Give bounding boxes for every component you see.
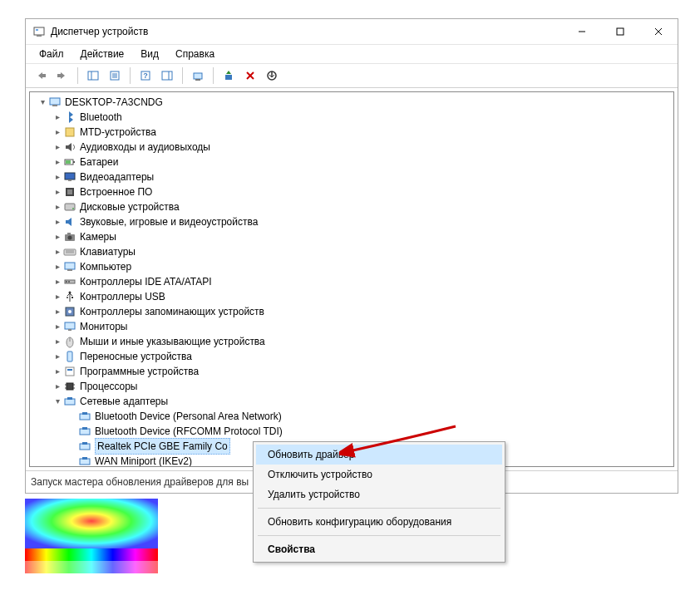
svg-rect-68 (82, 427, 87, 430)
show-hide-tree-button[interactable] (83, 66, 103, 86)
scan-hardware-button[interactable] (188, 66, 208, 86)
svg-rect-24 (52, 105, 57, 106)
status-text: Запуск мастера обновления драйверов для … (31, 476, 249, 488)
network-adapter-icon (78, 425, 91, 438)
action-pane-button[interactable] (157, 66, 177, 86)
svg-text:?: ? (143, 71, 148, 80)
svg-rect-7 (88, 71, 98, 80)
tree-view[interactable]: ▾DESKTOP-7A3CNDG▸Bluetooth▸MTD-устройств… (29, 91, 674, 467)
tree-category[interactable]: ▸Мониторы (37, 319, 673, 334)
tree-category[interactable]: ▸Компьютер (37, 259, 673, 274)
tree-device[interactable]: ▸Bluetooth Device (RFCOMM Protocol TDI) (37, 424, 673, 439)
tree-category-label: Компьютер (80, 259, 131, 274)
svg-rect-70 (82, 442, 87, 445)
toolbar-separator (213, 67, 214, 84)
tree-category[interactable]: ▸Клавиатуры (37, 244, 673, 259)
svg-rect-17 (194, 73, 202, 79)
color-palette-icon (25, 499, 158, 573)
menu-view[interactable]: Вид (134, 47, 165, 61)
device-manager-window: Диспетчер устройств Файл Действие Вид Сп… (25, 18, 678, 494)
uninstall-device-button[interactable] (240, 66, 260, 86)
context-menu-item[interactable]: Удалить устройство (256, 484, 502, 504)
svg-rect-44 (66, 281, 67, 283)
tree-category[interactable]: ▸Контроллеры IDE ATA/ATAPI (37, 274, 673, 289)
disable-device-button[interactable] (262, 66, 282, 86)
tree-category[interactable]: ▾Сетевые адаптеры (37, 394, 673, 409)
computer-icon (48, 96, 62, 109)
cpu-icon (63, 380, 76, 393)
svg-rect-32 (67, 189, 72, 194)
menu-help[interactable]: Справка (169, 47, 221, 61)
nav-forward-button[interactable] (52, 66, 72, 86)
monitor-icon (63, 320, 76, 333)
update-driver-button[interactable] (219, 66, 239, 86)
properties-button[interactable] (105, 66, 125, 86)
svg-rect-55 (67, 352, 72, 361)
bt-icon (63, 111, 76, 124)
tree-category-label: Дисковые устройства (80, 199, 180, 214)
tree-category[interactable]: ▸Процессоры (37, 379, 673, 394)
toolbar: ? (26, 64, 678, 88)
svg-rect-37 (67, 233, 71, 235)
tree-category-label: Программные устройства (80, 364, 199, 379)
svg-rect-4 (617, 28, 624, 35)
context-menu-item[interactable]: Отключить устройство (256, 465, 502, 484)
toolbar-separator (77, 67, 78, 84)
menu-action[interactable]: Действие (74, 47, 131, 61)
svg-rect-66 (82, 412, 87, 415)
tree-category[interactable]: ▸Мыши и иные указывающие устройства (37, 334, 673, 349)
tree-device-label: WAN Miniport (IKEv2) (95, 454, 192, 467)
tree-category-label: Bluetooth (80, 110, 122, 125)
svg-rect-64 (67, 397, 72, 400)
tree-category[interactable]: ▸Камеры (37, 229, 673, 244)
tree-category[interactable]: ▸Видеоадаптеры (37, 170, 673, 184)
tree-root[interactable]: ▾DESKTOP-7A3CNDG (37, 95, 673, 110)
app-icon (32, 25, 46, 38)
tree-category[interactable]: ▸Аудиовходы и аудиовыходы (37, 140, 673, 155)
tree-category-label: Мониторы (80, 319, 127, 334)
tree-category[interactable]: ▸Программные устройства (37, 364, 673, 379)
tree-category-label: Клавиатуры (80, 244, 136, 259)
svg-rect-67 (80, 429, 90, 435)
window-title: Диспетчер устройств (51, 26, 563, 37)
portable-icon (63, 350, 76, 363)
context-menu-item[interactable]: Свойства (256, 539, 502, 559)
canvas: Диспетчер устройств Файл Действие Вид Сп… (0, 0, 700, 595)
minimize-button[interactable] (563, 19, 601, 44)
nav-back-button[interactable] (31, 66, 51, 86)
help-button[interactable]: ? (136, 66, 155, 86)
tree-category[interactable]: ▸Батареи (37, 155, 673, 170)
svg-point-46 (69, 292, 71, 294)
context-menu-item[interactable]: Обновить драйвер (256, 445, 502, 465)
svg-rect-15 (162, 71, 172, 80)
battery-icon (63, 155, 76, 169)
tree-category[interactable]: ▸Контроллеры запоминающих устройств (37, 304, 673, 319)
close-button[interactable] (639, 19, 678, 44)
menu-file[interactable]: Файл (32, 47, 71, 61)
context-menu-item[interactable]: Обновить конфигурацию оборудования (256, 512, 502, 532)
svg-rect-48 (71, 297, 73, 298)
fw-icon (63, 185, 76, 199)
svg-rect-28 (66, 160, 71, 164)
svg-rect-72 (82, 457, 87, 460)
tree-category[interactable]: ▸Bluetooth (37, 110, 673, 125)
svg-rect-18 (195, 79, 200, 81)
tree-category-label: Процессоры (80, 379, 138, 394)
maximize-button[interactable] (601, 19, 639, 44)
tree-category-label: Встроенное ПО (80, 184, 152, 199)
svg-rect-27 (73, 161, 75, 163)
mouse-icon (63, 335, 76, 348)
tree-category[interactable]: ▸MTD-устройства (37, 125, 673, 140)
soft-icon (63, 365, 76, 378)
tree-category-label: Контроллеры USB (80, 289, 165, 304)
tree-category[interactable]: ▸Звуковые, игровые и видеоустройства (37, 214, 673, 229)
tree-category[interactable]: ▸Встроенное ПО (37, 184, 673, 199)
tree-category-label: Камеры (80, 229, 116, 244)
tree-device[interactable]: ▸Bluetooth Device (Personal Area Network… (37, 409, 673, 424)
tree-category[interactable]: ▸Дисковые устройства (37, 199, 673, 214)
tree-category[interactable]: ▸Переносные устройства (37, 349, 673, 364)
context-menu-separator (258, 535, 500, 536)
tree-root-label: DESKTOP-7A3CNDG (65, 95, 163, 110)
tree-category[interactable]: ▸Контроллеры USB (37, 289, 673, 304)
svg-rect-76 (25, 548, 158, 561)
